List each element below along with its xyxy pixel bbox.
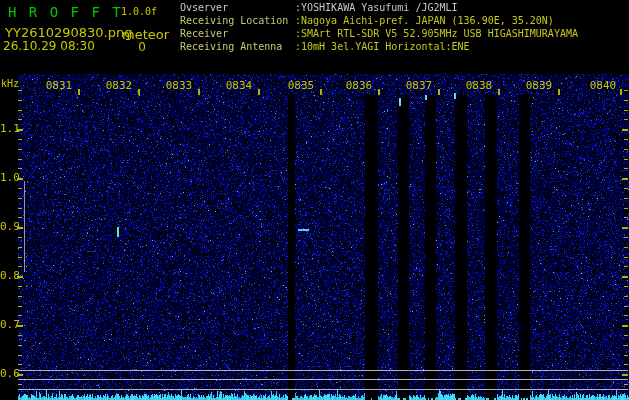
info-row: Receiver:SMArt RTL-SDR V5 52.905MHz USB … bbox=[180, 28, 578, 41]
time-axis-label: 0839 bbox=[524, 80, 554, 91]
app-title: H R O F F T bbox=[8, 5, 123, 19]
freq-axis-label: 0.9 bbox=[0, 221, 16, 232]
time-axis-label: 0835 bbox=[286, 80, 316, 91]
time-axis-label: 0834 bbox=[224, 80, 254, 91]
freq-axis-label: 1.1 bbox=[0, 123, 16, 134]
time-axis-label: 0837 bbox=[404, 80, 434, 91]
freq-axis-label: 0.8 bbox=[0, 270, 16, 281]
info-row-value: :YOSHIKAWA Yasufumi /JG2MLI bbox=[295, 2, 458, 13]
meteor-count: 0 bbox=[122, 41, 162, 53]
info-row: Receiving Antenna:10mH 3el.YAGI Horizont… bbox=[180, 41, 578, 54]
freq-axis-label: 1.0 bbox=[0, 172, 16, 183]
info-panel: Ovserver:YOSHIKAWA Yasufumi /JG2MLIRecei… bbox=[180, 2, 578, 54]
time-axis-label: 0840 bbox=[588, 80, 618, 91]
info-row-label: Receiver bbox=[180, 28, 295, 39]
info-row-label: Receiving Location bbox=[180, 15, 295, 26]
info-row: Ovserver:YOSHIKAWA Yasufumi /JG2MLI bbox=[180, 2, 578, 15]
time-axis-label: 0833 bbox=[164, 80, 194, 91]
time-axis-label: 0836 bbox=[344, 80, 374, 91]
info-row-value: :SMArt RTL-SDR V5 52.905MHz USB HIGASHIM… bbox=[295, 28, 578, 39]
hrofft-window: H R O F F T 1.0.0f YY2610290830.png mete… bbox=[0, 0, 629, 400]
time-axis-label: 0832 bbox=[104, 80, 134, 91]
time-axis-label: 0838 bbox=[464, 80, 494, 91]
output-filename: YY2610290830.png bbox=[5, 26, 132, 39]
info-row-value: :10mH 3el.YAGI Horizontal:ENE bbox=[295, 41, 470, 52]
info-row-label: Receiving Antenna bbox=[180, 41, 295, 52]
frame-datetime: 26.10.29 08:30 bbox=[3, 40, 95, 52]
app-version: 1.0.0f bbox=[121, 7, 157, 17]
freq-axis-label: 0.6 bbox=[0, 368, 16, 379]
time-axis-label: 0831 bbox=[44, 80, 74, 91]
info-row-value: :Nagoya Aichi-pref. JAPAN (136.90E, 35.2… bbox=[295, 15, 554, 26]
info-row-label: Ovserver bbox=[180, 2, 295, 13]
freq-axis-unit: kHz bbox=[1, 79, 19, 89]
spectrogram-canvas bbox=[0, 0, 629, 400]
freq-axis-label: 0.7 bbox=[0, 319, 16, 330]
info-row: Receiving Location:Nagoya Aichi-pref. JA… bbox=[180, 15, 578, 28]
